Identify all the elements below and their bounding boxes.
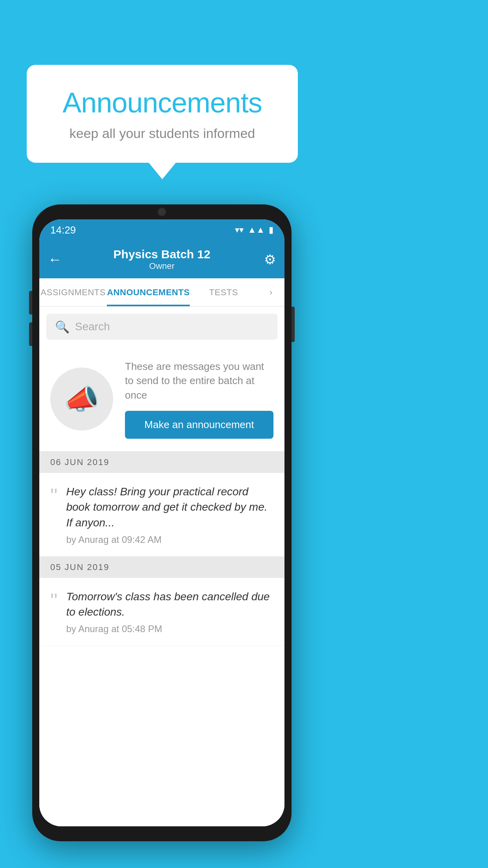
megaphone-icon: 📣 bbox=[64, 383, 99, 416]
tab-tests[interactable]: TESTS bbox=[190, 278, 257, 306]
front-camera bbox=[158, 208, 166, 216]
signal-icon: ▲▲ bbox=[248, 225, 265, 235]
app-bar-title-section: Physics Batch 12 Owner bbox=[68, 248, 256, 271]
announcement-message-2: Tomorrow's class has been cancelled due … bbox=[66, 589, 273, 620]
phone-notch bbox=[127, 204, 197, 219]
announcement-message-1: Hey class! Bring your practical record b… bbox=[66, 484, 273, 530]
screen-content[interactable]: 🔍 Search 📣 These are messages you want t… bbox=[39, 307, 284, 826]
announcement-text-1: Hey class! Bring your practical record b… bbox=[66, 484, 273, 545]
status-time: 14:29 bbox=[50, 224, 76, 236]
announcement-item-2: " Tomorrow's class has been cancelled du… bbox=[39, 578, 284, 646]
status-icons: ▾▾ ▲▲ ▮ bbox=[235, 225, 273, 235]
tabs-bar: ASSIGNMENTS ANNOUNCEMENTS TESTS › bbox=[39, 278, 284, 307]
search-input[interactable]: Search bbox=[75, 320, 110, 333]
status-bar: 14:29 ▾▾ ▲▲ ▮ bbox=[39, 219, 284, 241]
search-container: 🔍 Search bbox=[39, 307, 284, 347]
battery-icon: ▮ bbox=[269, 225, 273, 235]
power-button bbox=[292, 307, 295, 342]
settings-button[interactable]: ⚙ bbox=[256, 252, 276, 267]
quote-icon-2: " bbox=[50, 590, 57, 611]
app-bar: ← Physics Batch 12 Owner ⚙ bbox=[39, 241, 284, 278]
make-announcement-button[interactable]: Make an announcement bbox=[125, 411, 273, 439]
phone-screen: 14:29 ▾▾ ▲▲ ▮ ← Physics Batch 12 Owner ⚙ bbox=[39, 219, 284, 826]
tab-assignments[interactable]: ASSIGNMENTS bbox=[39, 278, 107, 306]
speech-bubble-container: Announcements keep all your students inf… bbox=[27, 65, 298, 163]
announcement-right: These are messages you want to send to t… bbox=[125, 359, 273, 439]
announcement-item-1: " Hey class! Bring your practical record… bbox=[39, 473, 284, 557]
phone-device: 14:29 ▾▾ ▲▲ ▮ ← Physics Batch 12 Owner ⚙ bbox=[32, 204, 292, 841]
announcement-text-2: Tomorrow's class has been cancelled due … bbox=[66, 589, 273, 634]
app-bar-title: Physics Batch 12 bbox=[68, 248, 256, 261]
volume-up-button bbox=[29, 291, 32, 314]
quote-icon-1: " bbox=[50, 485, 57, 506]
tab-announcements[interactable]: ANNOUNCEMENTS bbox=[107, 278, 190, 306]
bubble-title: Announcements bbox=[50, 86, 274, 119]
volume-down-button bbox=[29, 322, 32, 346]
date-separator-2: 05 JUN 2019 bbox=[39, 557, 284, 578]
announcement-prompt: 📣 These are messages you want to send to… bbox=[39, 347, 284, 452]
announcement-description: These are messages you want to send to t… bbox=[125, 359, 273, 402]
announcement-meta-2: by Anurag at 05:48 PM bbox=[66, 623, 273, 634]
announcement-icon-circle: 📣 bbox=[50, 368, 113, 430]
wifi-icon: ▾▾ bbox=[235, 225, 244, 235]
speech-bubble: Announcements keep all your students inf… bbox=[27, 65, 298, 163]
back-button[interactable]: ← bbox=[48, 251, 68, 268]
search-bar[interactable]: 🔍 Search bbox=[46, 314, 277, 340]
bubble-subtitle: keep all your students informed bbox=[50, 126, 274, 141]
tab-more[interactable]: › bbox=[257, 278, 284, 306]
date-separator-1: 06 JUN 2019 bbox=[39, 452, 284, 473]
search-icon: 🔍 bbox=[55, 320, 70, 334]
app-bar-subtitle: Owner bbox=[68, 261, 256, 271]
announcement-meta-1: by Anurag at 09:42 AM bbox=[66, 534, 273, 545]
